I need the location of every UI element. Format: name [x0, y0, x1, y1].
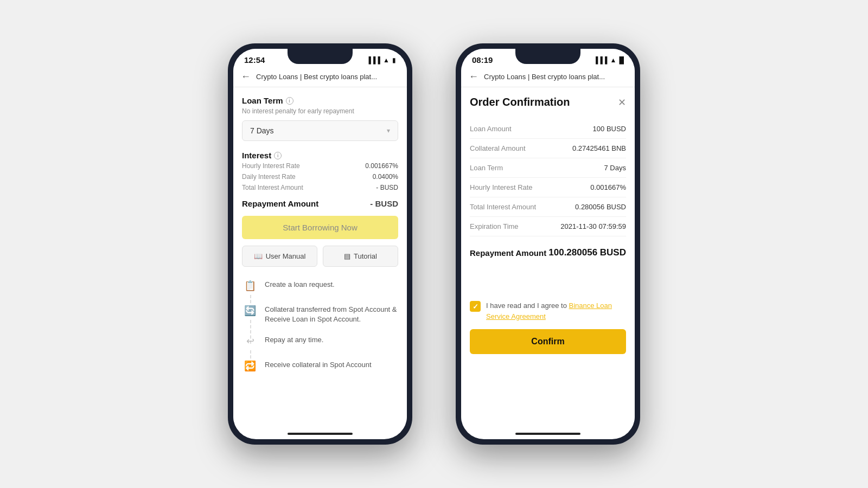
phone-2: 08:19 ▐▐▐ ▲ █ ← Crypto Loans | Best cryp… [456, 43, 640, 445]
detail-row-4: Total Interest Amount 0.280056 BUSD [470, 197, 626, 217]
spacer [470, 266, 626, 287]
detail-row-0: Loan Amount 100 BUSD [470, 119, 626, 139]
modal-title: Order Confirmation [470, 96, 570, 108]
repayment-section-1: Repayment Amount - BUSD [242, 199, 398, 208]
status-icons-1: ▐▐▐ ▲ ▮ [367, 56, 396, 64]
time-1: 12:54 [244, 55, 265, 65]
step-icon-3: 🔁 [242, 358, 258, 374]
step-icon-2: ↩ [242, 333, 258, 349]
close-button[interactable]: ✕ [618, 98, 626, 107]
detail-row-1: Collateral Amount 0.27425461 BNB [470, 139, 626, 158]
notch-1 [288, 49, 353, 64]
step-text-3: Receive collateral in Spot Account [265, 358, 372, 370]
interest-title: Interest i [242, 151, 398, 160]
time-2: 08:19 [472, 55, 493, 65]
main-scene: 12:54 ▐▐▐ ▲ ▮ ← Crypto Loans | Best cryp… [0, 43, 868, 445]
status-icons-2: ▐▐▐ ▲ █ [593, 56, 624, 64]
battery-icon-2: █ [619, 56, 624, 64]
wifi-icon-2: ▲ [610, 56, 617, 64]
detail-row-3: Hourly Interest Rate 0.001667% [470, 178, 626, 197]
home-indicator-1 [233, 428, 407, 439]
start-borrowing-button[interactable]: Start Borrowing Now [242, 216, 398, 239]
step-item-3: 🔁 Receive collateral in Spot Account [242, 358, 398, 374]
interest-row-2: Total Interest Amount - BUSD [242, 184, 398, 191]
signal-icon: ▐▐▐ [367, 56, 381, 64]
action-buttons-row: 📖 User Manual ▤ Tutorial [242, 246, 398, 267]
notch-2 [515, 49, 580, 64]
detail-label-3: Hourly Interest Rate [470, 183, 533, 191]
interest-label-0: Hourly Interest Rate [242, 162, 300, 170]
interest-row-0: Hourly Interest Rate 0.001667% [242, 162, 398, 170]
tutorial-icon: ▤ [344, 252, 350, 260]
detail-row-5: Expiration Time 2021-11-30 07:59:59 [470, 217, 626, 236]
home-bar-1 [288, 433, 353, 435]
repayment-value-1: - BUSD [370, 199, 398, 208]
phone-1: 12:54 ▐▐▐ ▲ ▮ ← Crypto Loans | Best cryp… [228, 43, 412, 445]
user-manual-button[interactable]: 📖 User Manual [242, 246, 317, 267]
step-icon-1: 🔄 [242, 303, 258, 319]
interest-section: Interest i Hourly Interest Rate 0.001667… [242, 151, 398, 191]
chevron-down-icon: ▾ [387, 127, 390, 134]
detail-value-0: 100 BUSD [593, 125, 626, 133]
step-icon-0: 📋 [242, 278, 258, 294]
step-text-2: Repay at any time. [265, 333, 323, 345]
back-button-2[interactable]: ← [469, 71, 478, 82]
detail-label-1: Collateral Amount [470, 144, 526, 152]
loan-term-section: Loan Term i No interest penalty for earl… [242, 96, 398, 141]
signal-icon-2: ▐▐▐ [593, 56, 608, 64]
interest-row-1: Daily Interest Rate 0.0400% [242, 173, 398, 181]
detail-row-2: Loan Term 7 Days [470, 158, 626, 178]
repayment-label-1: Repayment Amount [242, 199, 318, 208]
screen-content-1[interactable]: Loan Term i No interest penalty for earl… [233, 87, 407, 428]
repayment-big-value: 100.280056 BUSD [548, 247, 626, 258]
loan-term-select[interactable]: 7 Days ▾ [242, 120, 398, 141]
detail-value-1: 0.27425461 BNB [572, 144, 626, 152]
browser-bar-1: ← Crypto Loans | Best crypto loans plat.… [233, 67, 407, 87]
wifi-icon: ▲ [383, 56, 390, 64]
step-text-1: Collateral transferred from Spot Account… [265, 303, 398, 324]
repayment-big-label: Repayment Amount [470, 248, 546, 258]
interest-value-1: 0.0400% [373, 173, 398, 181]
detail-value-4: 0.280056 BUSD [575, 203, 626, 211]
url-bar-2: Crypto Loans | Best crypto loans plat... [484, 73, 627, 81]
detail-label-0: Loan Amount [470, 125, 512, 133]
interest-label-1: Daily Interest Rate [242, 173, 296, 181]
checkmark-icon: ✓ [473, 303, 478, 311]
home-bar-2 [515, 433, 580, 435]
detail-label-2: Loan Term [470, 164, 503, 172]
step-item-1: 🔄 Collateral transferred from Spot Accou… [242, 303, 398, 324]
home-indicator-2 [461, 428, 635, 439]
detail-value-5: 2021-11-30 07:59:59 [560, 222, 626, 230]
detail-value-3: 0.001667% [590, 183, 626, 191]
interest-info-icon[interactable]: i [274, 152, 282, 159]
agreement-row: ✓ I have read and I agree to Binance Loa… [470, 300, 626, 322]
loan-term-selected: 7 Days [250, 126, 274, 135]
loan-term-info-icon[interactable]: i [286, 97, 293, 105]
agreement-checkbox[interactable]: ✓ [470, 301, 481, 312]
screen-content-2[interactable]: Order Confirmation ✕ Loan Amount 100 BUS… [461, 87, 635, 428]
steps-list: 📋 Create a loan request. 🔄 Collateral tr… [242, 278, 398, 374]
url-bar-1: Crypto Loans | Best crypto loans plat... [256, 73, 399, 81]
book-icon: 📖 [254, 252, 263, 260]
repayment-section-2: Repayment Amount 100.280056 BUSD [470, 245, 626, 258]
agreement-text: I have read and I agree to Binance Loan … [486, 300, 626, 322]
detail-label-5: Expiration Time [470, 222, 519, 230]
tutorial-button[interactable]: ▤ Tutorial [323, 246, 398, 267]
step-item-2: ↩ Repay at any time. [242, 333, 398, 349]
interest-label-2: Total Interest Amount [242, 184, 303, 191]
back-button-1[interactable]: ← [241, 71, 251, 82]
confirm-button[interactable]: Confirm [470, 329, 626, 354]
loan-term-subtitle: No interest penalty for early repayment [242, 107, 398, 115]
interest-value-2: - BUSD [376, 184, 398, 191]
loan-term-title: Loan Term i [242, 96, 398, 105]
interest-value-0: 0.001667% [365, 162, 398, 170]
browser-bar-2: ← Crypto Loans | Best crypto loans plat.… [461, 67, 635, 87]
step-item-0: 📋 Create a loan request. [242, 278, 398, 294]
modal-header: Order Confirmation ✕ [470, 96, 626, 108]
battery-icon: ▮ [392, 56, 396, 64]
detail-value-2: 7 Days [604, 164, 626, 172]
step-text-0: Create a loan request. [265, 278, 335, 290]
detail-label-4: Total Interest Amount [470, 203, 536, 211]
